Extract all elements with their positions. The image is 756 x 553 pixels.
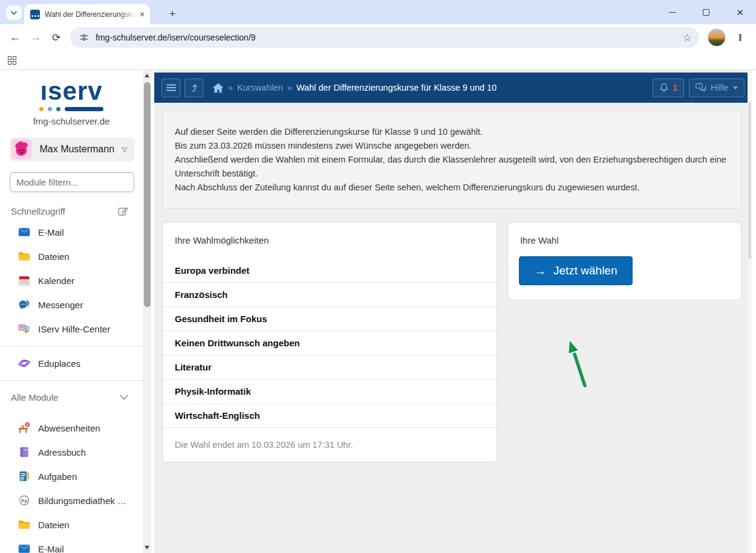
hamburger-icon <box>166 84 176 91</box>
sidebar-item-hilfe-center[interactable]: ? IServ Hilfe-Center <box>0 317 143 341</box>
sidebar-item-messenger[interactable]: Messenger <box>0 293 143 317</box>
breadcrumb-link-kurswahlen[interactable]: Kurswahlen <box>237 83 283 92</box>
home-icon[interactable] <box>212 83 224 93</box>
sidebar-scrollbar[interactable] <box>143 70 151 553</box>
sidebar-item-aufgaben[interactable]: Aufgaben <box>0 464 143 488</box>
tab-title: Wahl der Differenzierungskurse <box>45 10 137 19</box>
course-option: Französisch <box>163 283 497 307</box>
course-option: Europa verbindet <box>163 259 497 283</box>
scrollbar-thumb[interactable] <box>144 82 151 307</box>
sidebar-item-adressbuch[interactable]: Adressbuch <box>0 440 143 464</box>
chat-icon <box>18 299 30 311</box>
scrollbar-down-arrow[interactable] <box>145 546 149 549</box>
bell-icon <box>659 83 669 93</box>
help-chat-icon: ? <box>696 83 707 92</box>
sidebar-item-label: Messenger <box>38 300 83 310</box>
breadcrumb-separator: » <box>287 83 292 92</box>
user-menu[interactable]: Max Mustermann ▽ <box>10 137 134 161</box>
module-filter-input[interactable] <box>10 172 134 192</box>
page-scrollbar[interactable] <box>748 70 752 553</box>
notification-count-badge: 1 <box>673 83 677 92</box>
help-label: Hilfe <box>711 83 728 92</box>
scrollbar-up-arrow[interactable] <box>145 74 149 77</box>
options-card: Ihre Wahlmöglichkeiten Europa verbindet … <box>162 222 497 462</box>
notifications-button[interactable]: 1 <box>653 79 684 97</box>
sidebar-item-abwesenheiten[interactable]: Abwesenheiten <box>0 416 143 440</box>
sidebar-item-eduplaces[interactable]: Eduplaces <box>0 351 143 375</box>
choice-card-title: Ihre Wahl <box>508 222 741 256</box>
help-menu-button[interactable]: ? Hilfe <box>689 79 745 97</box>
sidebar-item-label: IServ Hilfe-Center <box>38 324 110 334</box>
browser-tab[interactable]: Wahl der Differenzierungskurse ✕ <box>24 4 150 24</box>
all-modules-header[interactable]: Alle Module <box>0 388 143 406</box>
menu-toggle-button[interactable] <box>161 79 180 97</box>
bookmarks-bar <box>0 51 756 70</box>
tab-close-icon[interactable]: ✕ <box>139 10 145 19</box>
back-button[interactable]: ← <box>5 31 25 44</box>
browser-menu-button[interactable]: ••• <box>734 34 746 41</box>
bookmark-star-icon[interactable]: ☆ <box>683 31 692 44</box>
sidebar-item-label: Eduplaces <box>38 358 80 369</box>
page: ıserv fmg-schulserver.de Max Mustermann … <box>0 70 756 553</box>
new-tab-button[interactable]: + <box>165 6 180 22</box>
window-close-button[interactable]: ✕ <box>736 8 744 17</box>
sidebar-item-dateien[interactable]: Dateien <box>0 244 143 268</box>
forward-button[interactable]: → <box>25 31 46 44</box>
jetzt-waehlen-label: Jetzt wählen <box>553 264 618 277</box>
sidebar: ıserv fmg-schulserver.de Max Mustermann … <box>0 70 143 553</box>
chevron-down-icon: ▽ <box>122 146 127 154</box>
scrollbar-thumb[interactable] <box>748 102 751 259</box>
tab-search-button[interactable] <box>6 5 22 20</box>
folder-icon <box>18 250 30 262</box>
window-maximize-button[interactable] <box>703 9 709 16</box>
browser-toolbar: ← → ⟳ ☆ ••• <box>0 24 756 51</box>
help-center-icon: ? <box>18 323 30 335</box>
info-line: Bis zum 23.03.2026 müssen mindestens zwe… <box>175 139 729 153</box>
user-avatar <box>11 139 32 160</box>
sidebar-item-email[interactable]: E-Mail <box>0 220 143 244</box>
jetzt-waehlen-button[interactable]: → Jetzt wählen <box>519 256 633 285</box>
sidebar-divider <box>0 380 143 381</box>
course-option: Gesundheit im Fokus <box>163 307 497 331</box>
tasks-icon <box>18 470 30 482</box>
sidebar-item-bildungsmediathek[interactable]: Ep Bildungsmediathek … <box>0 488 143 513</box>
chevron-down-icon <box>120 395 128 400</box>
course-option: Physik-Informatik <box>163 380 497 404</box>
addressbook-icon <box>18 446 30 458</box>
sidebar-item-email-2[interactable]: E-Mail <box>0 537 143 553</box>
deadline-note: Die Wahl endet am 10.03.2026 um 17:31 Uh… <box>163 428 497 462</box>
course-option: Keinen Drittwunsch angeben <box>163 331 497 355</box>
svg-text:?: ? <box>698 83 700 88</box>
level-up-button[interactable] <box>184 79 203 97</box>
email-icon <box>18 226 30 238</box>
sidebar-item-label: Adressbuch <box>38 447 86 458</box>
user-name: Max Mustermann <box>32 144 122 155</box>
server-domain: fmg-schulserver.de <box>0 116 143 126</box>
browser-titlebar: Wahl der Differenzierungskurse ✕ + ✕ <box>0 0 756 24</box>
apps-grid-icon[interactable] <box>8 56 16 65</box>
reload-button[interactable]: ⟳ <box>46 31 67 44</box>
site-info-icon[interactable] <box>79 32 90 43</box>
all-modules-label: Alle Module <box>11 392 58 403</box>
browser-profile-avatar[interactable] <box>708 28 726 47</box>
sidebar-item-label: Abwesenheiten <box>38 423 100 433</box>
sidebar-item-label: Dateien <box>38 520 70 530</box>
iserv-logo[interactable]: ıserv fmg-schulserver.de <box>0 70 143 126</box>
sidebar-item-label: Aufgaben <box>38 471 77 482</box>
options-card-title: Ihre Wahlmöglichkeiten <box>163 222 497 259</box>
breadcrumb: » Kurswahlen » Wahl der Differenzierungs… <box>212 83 497 93</box>
main-pane: » Kurswahlen » Wahl der Differenzierungs… <box>151 70 756 553</box>
iserv-logo-text: ıserv <box>0 77 143 105</box>
sidebar-item-kalender[interactable]: Kalender <box>0 268 143 293</box>
edit-icon[interactable] <box>117 205 128 216</box>
folder-icon <box>18 519 30 531</box>
address-bar[interactable]: ☆ <box>70 27 699 48</box>
window-minimize-button[interactable] <box>669 12 676 13</box>
url-input[interactable] <box>96 33 683 42</box>
choice-card: Ihre Wahl → Jetzt wählen <box>507 222 741 300</box>
sidebar-item-dateien-2[interactable]: Dateien <box>0 513 143 537</box>
sidebar-item-label: Kalender <box>38 276 74 286</box>
breadcrumb-current: Wahl der Differenzierungskurse für Klass… <box>296 83 497 92</box>
info-line: Auf dieser Seite werden die Differenzier… <box>175 125 729 139</box>
info-line: Nach Abschluss der Zuteilung kannst du a… <box>175 181 729 195</box>
